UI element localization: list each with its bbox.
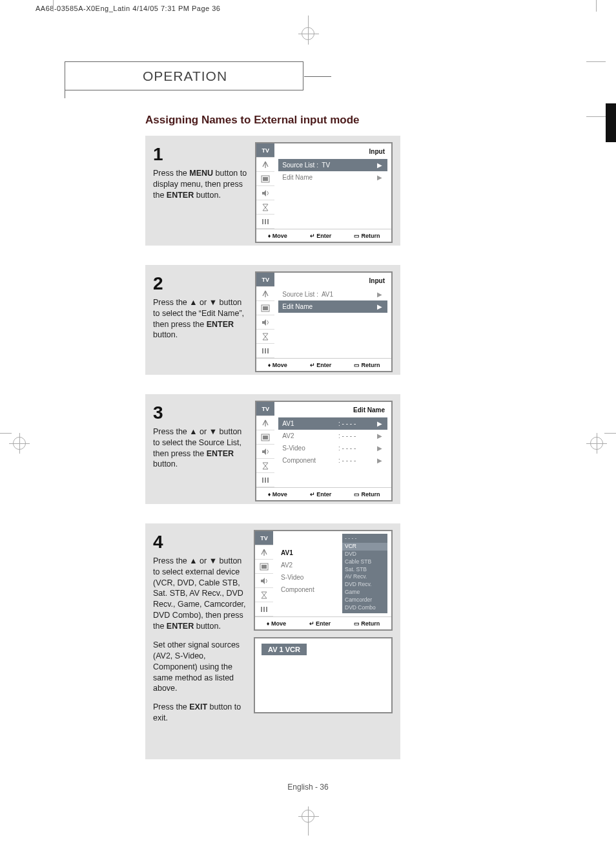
- dropdown-list: - - - - VCR DVD Cable STB Sat. STB AV Re…: [342, 534, 387, 613]
- crop-tick: [0, 433, 12, 434]
- osd-main: Edit Name AV1: - - - -▶ AV2: - - - -▶ S-…: [274, 402, 391, 487]
- page-number: English - 36: [0, 783, 616, 792]
- return-hint: ▭ Return: [354, 233, 380, 239]
- return-hint: ▭ Return: [354, 362, 380, 368]
- enter-hint: ↵ Enter: [310, 362, 332, 368]
- text: MENU: [189, 169, 213, 178]
- chevron-right-icon: ▶: [377, 303, 384, 310]
- svg-rect-17: [261, 607, 262, 612]
- section-header: OPERATION: [65, 61, 303, 90]
- osd-row: AV1: - - - -▶: [278, 417, 387, 430]
- text: AV1: [322, 291, 333, 298]
- svg-rect-7: [262, 348, 263, 353]
- move-hint: ♦ Move: [268, 233, 287, 239]
- registration-mark: [586, 433, 607, 454]
- step-1: 1 Press the MENU button to display menu,…: [145, 136, 400, 246]
- text: Component: [282, 457, 338, 464]
- move-hint: ♦ Move: [268, 491, 287, 498]
- osd-footer: ♦ Move ↵ Enter ▭ Return: [255, 616, 391, 629]
- chevron-right-icon: ▶: [377, 432, 384, 439]
- move-hint: ♦ Move: [268, 362, 287, 368]
- chevron-right-icon: ▶: [377, 457, 384, 464]
- text: AV1: [282, 420, 338, 427]
- text: - - - -: [342, 445, 356, 452]
- dropdown-item: Game: [345, 589, 385, 596]
- svg-rect-13: [265, 478, 266, 483]
- osd-sidebar: TV: [256, 402, 274, 487]
- hourglass-icon: [256, 330, 274, 344]
- step-3-text: 3 Press the ▲ or ▼ button to select the …: [153, 401, 249, 501]
- svg-rect-8: [265, 348, 266, 353]
- osd-row: Edit Name▶: [278, 171, 387, 184]
- registration-mark: [9, 433, 30, 454]
- page-title: Assigning Names to External input mode: [145, 114, 360, 127]
- svg-rect-14: [267, 478, 269, 483]
- text: - - - -: [342, 457, 356, 464]
- osd-row: S-Video: - - - -▶: [278, 442, 387, 454]
- dropdown-item: Sat. STB: [345, 566, 385, 574]
- step-3: 3 Press the ▲ or ▼ button to select the …: [145, 394, 400, 504]
- antenna-icon: [255, 545, 273, 560]
- osd-sidebar: TV: [255, 531, 273, 616]
- osd-main: Input Source List : AV1▶ Edit Name▶: [274, 273, 391, 358]
- crop-line: [586, 61, 606, 62]
- text: Source List: [282, 291, 314, 298]
- text: button.: [153, 459, 178, 468]
- picture-icon: [255, 560, 273, 574]
- sound-icon: [256, 445, 274, 459]
- tv-tab: TV: [256, 273, 274, 287]
- osd-sidebar: TV: [256, 143, 274, 229]
- osd-row: Source List : AV1▶: [278, 288, 387, 300]
- step-1-text: 1 Press the MENU button to display menu,…: [153, 142, 249, 243]
- antenna-icon: [256, 158, 274, 172]
- text: Component: [281, 586, 345, 593]
- setup-icon: [256, 344, 274, 358]
- tv-tab: TV: [256, 402, 274, 416]
- dropdown-item: DVD Combo: [345, 604, 385, 612]
- hourglass-icon: [255, 588, 273, 602]
- svg-rect-2: [262, 219, 263, 224]
- antenna-icon: [256, 287, 274, 301]
- preview-screen: AV 1 VCR: [254, 637, 393, 713]
- dropdown-item: Camcorder: [345, 596, 385, 604]
- text: Edit Name: [282, 174, 377, 181]
- chevron-right-icon: ▶: [377, 420, 384, 427]
- svg-rect-4: [267, 219, 269, 224]
- text: ENTER: [167, 191, 194, 200]
- svg-rect-11: [263, 436, 268, 439]
- page-edge-tab: [606, 103, 616, 142]
- setup-icon: [256, 473, 274, 487]
- doc-header: AA68-03585A-X0Eng_Latin 4/14/05 7:31 PM …: [36, 5, 220, 12]
- osd-screenshot-4: TV Edit Name AV1: AV2: S-Video: Componen…: [254, 530, 393, 631]
- return-hint: ▭ Return: [354, 620, 380, 627]
- text: ENTER: [167, 622, 194, 631]
- hourglass-icon: [256, 200, 274, 215]
- sound-icon: [256, 186, 274, 200]
- step-number: 1: [153, 142, 249, 167]
- text: button.: [194, 622, 221, 631]
- preview-label: AV 1 VCR: [262, 644, 307, 655]
- osd-main: Input Source List : TV▶ Edit Name▶: [274, 143, 391, 229]
- text: S-Video: [282, 445, 338, 452]
- osd-main: Edit Name AV1: AV2: S-Video: Component: …: [273, 531, 391, 616]
- enter-hint: ↵ Enter: [310, 491, 332, 498]
- antenna-icon: [256, 416, 274, 430]
- text: Press the ▲ or ▼ button to select extern…: [153, 556, 246, 631]
- text: AV2: [281, 562, 345, 569]
- enter-hint: ↵ Enter: [309, 620, 331, 627]
- text: Press the: [153, 702, 189, 711]
- crop-line: [586, 116, 606, 117]
- osd-footer: ♦ Move ↵ Enter ▭ Return: [256, 358, 391, 371]
- svg-rect-19: [266, 607, 267, 612]
- crop-tick: [604, 433, 616, 434]
- osd-footer: ♦ Move ↵ Enter ▭ Return: [256, 487, 391, 500]
- move-hint: ♦ Move: [267, 620, 286, 627]
- dropdown-item: VCR: [342, 543, 387, 551]
- svg-rect-1: [263, 177, 268, 181]
- dropdown-item: AV Recv.: [345, 573, 385, 581]
- step-4: 4 Press the ▲ or ▼ button to select exte…: [145, 523, 400, 759]
- dropdown-item: DVD Recv.: [345, 581, 385, 589]
- chevron-right-icon: ▶: [377, 174, 384, 181]
- step-number: 2: [153, 271, 249, 296]
- dropdown-item: - - - -: [345, 535, 385, 543]
